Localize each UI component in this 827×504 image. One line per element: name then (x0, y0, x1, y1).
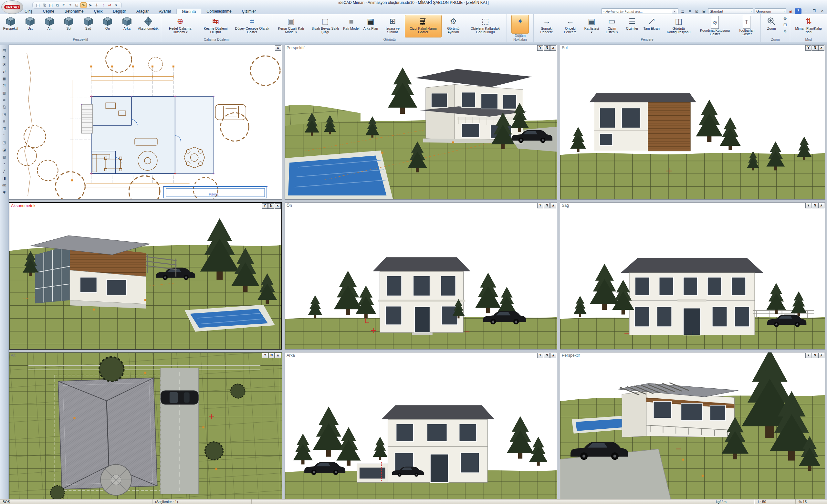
viewport-aksonometrik[interactable]: Aksonometrik Y N ∧ (9, 202, 282, 350)
viewport-canvas-aksonometrik[interactable] (9, 203, 281, 349)
search-dropdown-icon[interactable]: ▾ (672, 8, 677, 14)
tab-ayarlar[interactable]: Ayarlar (154, 9, 177, 14)
status-unit[interactable]: kgf / m (713, 500, 754, 504)
ribbon-button-koordinat-kutusunu-goster[interactable]: xy Koordinat Kutusunu Göster (696, 15, 734, 38)
zoom-extents-icon[interactable]: ⊡ (782, 22, 788, 28)
tab-araclar[interactable]: Araçlar (131, 9, 154, 14)
redo-icon[interactable]: ↷ (67, 3, 73, 8)
tab-cephe[interactable]: Cephe (38, 9, 59, 14)
viewport-filter-button[interactable]: Y (537, 203, 543, 208)
ribbon-button-kat-listesi[interactable]: ▤ Kat listesi ▾ (582, 15, 601, 38)
ribbon-button-cizimler[interactable]: ☰ Çizimler (623, 15, 642, 38)
windows-icon[interactable]: ◫ (1, 125, 7, 132)
extend-icon[interactable]: ◳ (1, 111, 7, 117)
ribbon-button-perspektif[interactable]: Perspektif (1, 15, 20, 38)
ribbon-button-siyah-beyaz-sakli-cizgi[interactable]: ▢ Siyah Beyaz Saklı Çizgi (309, 15, 342, 38)
properties-icon[interactable]: ▤ (1, 47, 7, 53)
ribbon-button-goruntu-ayarlari[interactable]: ⚙ Görüntü Ayarları (442, 15, 465, 38)
ribbon-button-sag[interactable]: Sağ (79, 15, 98, 38)
viewport-arka[interactable]: Arka Y N ∧ (285, 352, 557, 500)
ribbon-button-goruntu-konfigurasyonu[interactable]: ◫ Görüntü Konfigürasyonu (661, 15, 696, 38)
app-logo[interactable]: ideCAD (1, 0, 23, 14)
ribbon-button-arka[interactable]: Arka (117, 15, 137, 38)
viewport-filter-button[interactable]: Y (262, 203, 268, 209)
viewport-filter-button[interactable]: Y (262, 353, 268, 358)
viewport-name-button[interactable]: N (812, 45, 818, 51)
ribbon-button-dusey-cerceve[interactable]: ⌗ Düşey Çerçeve Olarak Göster (233, 15, 271, 38)
viewport-filter-button[interactable]: Y (806, 203, 812, 208)
ribbon-button-zoom[interactable]: Zoom (762, 15, 781, 38)
layer-stack-icon[interactable]: ≣ (680, 9, 685, 14)
status-scale[interactable]: 1 : 50 (754, 500, 796, 504)
viewport-name-button[interactable]: N (544, 203, 550, 208)
viewport-canvas-plan[interactable]: PS001 (9, 45, 282, 199)
render-settings-icon[interactable]: ▣ (788, 9, 793, 14)
viewport-canvas-alt[interactable] (9, 352, 282, 499)
tab-betonarme[interactable]: Betonarme (59, 9, 89, 14)
view-combo[interactable]: Görünüm ▾ (755, 8, 786, 14)
ribbon-button-on[interactable]: Ön (98, 15, 117, 38)
viewport-perspektif-bottom[interactable]: Perspektif Y N ∧ (560, 352, 825, 500)
viewport-name-button[interactable]: N (544, 353, 550, 358)
ribbon-button-objelerin-katlardaki-gorunurlugu[interactable]: ⬚ Objelerin Katlardaki Görünürlüğü (465, 15, 505, 38)
zoom-window-icon[interactable]: ⊕ (782, 15, 788, 21)
viewport-name-button[interactable]: N (269, 353, 275, 358)
viewport-sag[interactable]: Sağ Y N ∧ (560, 202, 825, 350)
minimize-button[interactable]: – (803, 8, 810, 14)
viewport-collapse-button[interactable]: ∧ (550, 353, 556, 358)
viewport-canvas-sol[interactable] (560, 45, 825, 199)
tab-gorsellestirme[interactable]: Görselleştirme (201, 9, 237, 14)
viewport-collapse-button[interactable]: ∧ (550, 45, 556, 51)
ribbon-button-arka-plan[interactable]: ▦ Arka Plan (361, 15, 380, 38)
ribbon-button-aksonometrik[interactable]: Aksonometrik (137, 15, 160, 38)
viewport-name-button[interactable]: N (812, 203, 818, 208)
snap-cross-icon[interactable]: ✛ (94, 3, 99, 8)
ribbon-button-alt[interactable]: Alt (40, 15, 59, 38)
save-all-icon[interactable]: ⧉ (55, 3, 60, 8)
snap-pointer-icon[interactable]: ➤ (88, 3, 93, 8)
grid-tool-icon[interactable]: ▦ (1, 75, 7, 82)
ribbon-button-cizgi-kalinliklarini-goster[interactable]: Çizgi Kalınlıklarını Göster (405, 15, 442, 38)
ribbon-button-ust[interactable]: Üst (20, 15, 40, 38)
search-input[interactable] (605, 9, 672, 13)
arc-icon[interactable]: ◔ (1, 161, 7, 167)
duplicate-icon[interactable]: ⎗ (1, 104, 7, 110)
viewport-perspektif-top[interactable]: Perspektif Y N ∧ (285, 45, 557, 200)
viewport-alt[interactable]: Alt Y N ∧ (9, 352, 282, 500)
viewport-collapse-button[interactable]: ∧ (818, 203, 824, 208)
ribbon-button-mimari-plan-kalip-plani[interactable]: ⇅ Mimari Plan/Kalıp Planı (791, 15, 826, 38)
style-combo[interactable]: Standart ▾ (708, 8, 753, 14)
save-icon[interactable]: ◫ (48, 3, 54, 8)
ribbon-button-onceki-pencere[interactable]: ← Önceki Pencere (558, 15, 582, 38)
viewport-collapse-button[interactable]: ∧ (550, 203, 556, 208)
command-search[interactable]: ⌕ ▾ (601, 8, 678, 14)
viewport-collapse-button[interactable]: ∧ (275, 353, 281, 358)
layers-icon[interactable]: ≋ (1, 97, 7, 103)
viewport-filter-button[interactable]: Y (806, 45, 812, 51)
viewport-canvas-arka[interactable] (285, 352, 557, 499)
fill-icon[interactable]: ◪ (1, 147, 7, 153)
ribbon-button-izgara-ve-sinirlar[interactable]: ⊞ Izgara ve Sınırlar (380, 15, 405, 38)
points-icon[interactable]: ∷ (1, 133, 7, 139)
close-button[interactable]: ✕ (819, 8, 826, 14)
viewport-collapse-button[interactable]: ∧ (275, 203, 281, 209)
viewport-canvas-perspektif2[interactable] (560, 352, 825, 499)
paste-properties-icon[interactable]: ⎘ (1, 61, 7, 67)
half-view-icon[interactable]: ◨ (1, 175, 7, 181)
ribbon-button-kenar-cizgili-kati-model[interactable]: ▣ Kenar Çizgili Katı Model ▾ (273, 15, 309, 38)
ribbon-button-dugum-noktalari[interactable]: ✦ (512, 15, 529, 34)
undo-box-icon[interactable]: ⊡ (74, 3, 80, 8)
tab-degistir[interactable]: Değiştir (108, 9, 131, 14)
viewport-canvas-on[interactable] (285, 203, 557, 349)
line-icon[interactable]: ╱ (1, 168, 7, 174)
viewport-filter-button[interactable]: Y (806, 353, 812, 358)
ribbon-button-tam-ekran[interactable]: ⤢ Tam Ekran (642, 15, 661, 38)
viewport-collapse-button[interactable]: ∧ (275, 45, 281, 51)
ribbon-button-sonraki-pencere[interactable]: → Sonraki Pencere (535, 15, 558, 38)
new-file-icon[interactable]: ▢ (35, 3, 41, 8)
copy-properties-icon[interactable]: ⧉ (1, 54, 7, 60)
status-zoom[interactable]: % 15 (796, 500, 827, 504)
restore-button[interactable]: ❐ (811, 8, 818, 14)
ribbon-button-hedef-calisma-duzlemi[interactable]: ⊕ Hedef Çalışma Düzlemi ▾ (162, 15, 198, 38)
auto-label-icon[interactable]: ab (1, 182, 7, 188)
